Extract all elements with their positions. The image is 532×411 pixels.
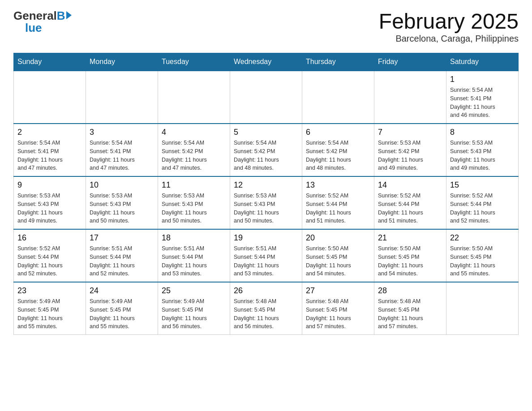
day-number: 28 [378,286,442,295]
calendar-cell: 23Sunrise: 5:49 AM Sunset: 5:45 PM Dayli… [14,282,86,335]
day-info: Sunrise: 5:53 AM Sunset: 5:43 PM Dayligh… [90,192,154,225]
day-number: 1 [450,75,515,84]
logo-blue-part: B [57,9,72,23]
day-number: 16 [17,233,82,243]
day-header-sunday: Sunday [14,53,86,71]
day-number: 25 [162,286,226,295]
calendar-cell [374,71,446,124]
calendar-cell: 16Sunrise: 5:52 AM Sunset: 5:44 PM Dayli… [14,229,86,282]
day-info: Sunrise: 5:50 AM Sunset: 5:45 PM Dayligh… [378,244,442,278]
day-number: 23 [17,286,82,295]
day-number: 8 [450,128,515,137]
day-number: 10 [90,180,154,190]
day-info: Sunrise: 5:49 AM Sunset: 5:45 PM Dayligh… [17,297,82,331]
calendar-cell [446,282,519,335]
day-info: Sunrise: 5:52 AM Sunset: 5:44 PM Dayligh… [17,244,82,278]
day-number: 22 [450,233,515,243]
calendar-week-row: 16Sunrise: 5:52 AM Sunset: 5:44 PM Dayli… [14,229,519,282]
calendar-week-row: 9Sunrise: 5:53 AM Sunset: 5:43 PM Daylig… [14,176,519,229]
day-number: 9 [17,180,82,190]
day-number: 17 [90,233,154,243]
title-section: February 2025 Barcelona, Caraga, Philipp… [379,9,519,44]
calendar-cell: 1Sunrise: 5:54 AM Sunset: 5:41 PM Daylig… [446,71,519,124]
day-number: 11 [162,180,226,190]
day-number: 12 [234,180,298,190]
calendar-cell: 3Sunrise: 5:54 AM Sunset: 5:41 PM Daylig… [86,124,158,176]
day-header-wednesday: Wednesday [230,53,302,71]
calendar-week-row: 23Sunrise: 5:49 AM Sunset: 5:45 PM Dayli… [14,282,519,335]
calendar-cell [14,71,86,124]
day-info: Sunrise: 5:52 AM Sunset: 5:44 PM Dayligh… [378,192,442,225]
calendar-table: SundayMondayTuesdayWednesdayThursdayFrid… [13,53,519,335]
day-number: 6 [306,128,370,137]
day-info: Sunrise: 5:53 AM Sunset: 5:43 PM Dayligh… [17,192,82,225]
day-info: Sunrise: 5:48 AM Sunset: 5:45 PM Dayligh… [378,297,442,331]
day-header-thursday: Thursday [302,53,374,71]
day-info: Sunrise: 5:49 AM Sunset: 5:45 PM Dayligh… [162,297,226,331]
day-number: 15 [450,180,515,190]
calendar-subtitle: Barcelona, Caraga, Philippines [379,34,519,44]
calendar-cell: 10Sunrise: 5:53 AM Sunset: 5:43 PM Dayli… [86,176,158,229]
calendar-cell: 13Sunrise: 5:52 AM Sunset: 5:44 PM Dayli… [302,176,374,229]
calendar-cell: 20Sunrise: 5:50 AM Sunset: 5:45 PM Dayli… [302,229,374,282]
day-number: 24 [90,286,154,295]
calendar-cell: 21Sunrise: 5:50 AM Sunset: 5:45 PM Dayli… [374,229,446,282]
day-info: Sunrise: 5:49 AM Sunset: 5:45 PM Dayligh… [90,297,154,331]
day-number: 27 [306,286,370,295]
calendar-cell: 14Sunrise: 5:52 AM Sunset: 5:44 PM Dayli… [374,176,446,229]
day-number: 14 [378,180,442,190]
logo-arrow-icon [66,11,72,19]
calendar-cell: 8Sunrise: 5:53 AM Sunset: 5:43 PM Daylig… [446,124,519,176]
logo-blue-word: lue [25,21,42,35]
calendar-cell: 6Sunrise: 5:54 AM Sunset: 5:42 PM Daylig… [302,124,374,176]
day-info: Sunrise: 5:52 AM Sunset: 5:44 PM Dayligh… [450,192,515,225]
logo: General B lue [13,9,72,35]
calendar-cell: 5Sunrise: 5:54 AM Sunset: 5:42 PM Daylig… [230,124,302,176]
day-header-monday: Monday [86,53,158,71]
day-info: Sunrise: 5:51 AM Sunset: 5:44 PM Dayligh… [90,244,154,278]
calendar-cell [86,71,158,124]
day-info: Sunrise: 5:53 AM Sunset: 5:43 PM Dayligh… [234,192,298,225]
calendar-week-row: 1Sunrise: 5:54 AM Sunset: 5:41 PM Daylig… [14,71,519,124]
day-number: 18 [162,233,226,243]
calendar-cell: 19Sunrise: 5:51 AM Sunset: 5:44 PM Dayli… [230,229,302,282]
calendar-cell: 11Sunrise: 5:53 AM Sunset: 5:43 PM Dayli… [158,176,230,229]
calendar-cell: 27Sunrise: 5:48 AM Sunset: 5:45 PM Dayli… [302,282,374,335]
day-number: 21 [378,233,442,243]
day-number: 2 [17,128,82,137]
calendar-cell: 4Sunrise: 5:54 AM Sunset: 5:42 PM Daylig… [158,124,230,176]
page-header: General B lue February 2025 Barcelona, C… [13,9,519,44]
day-number: 13 [306,180,370,190]
calendar-cell: 22Sunrise: 5:50 AM Sunset: 5:45 PM Dayli… [446,229,519,282]
day-info: Sunrise: 5:54 AM Sunset: 5:41 PM Dayligh… [450,86,515,120]
day-number: 7 [378,128,442,137]
calendar-cell: 2Sunrise: 5:54 AM Sunset: 5:41 PM Daylig… [14,124,86,176]
calendar-cell [302,71,374,124]
day-number: 20 [306,233,370,243]
calendar-cell [230,71,302,124]
day-header-tuesday: Tuesday [158,53,230,71]
calendar-cell: 17Sunrise: 5:51 AM Sunset: 5:44 PM Dayli… [86,229,158,282]
calendar-cell: 7Sunrise: 5:53 AM Sunset: 5:42 PM Daylig… [374,124,446,176]
day-info: Sunrise: 5:51 AM Sunset: 5:44 PM Dayligh… [162,244,226,278]
day-info: Sunrise: 5:54 AM Sunset: 5:42 PM Dayligh… [234,139,298,172]
calendar-week-row: 2Sunrise: 5:54 AM Sunset: 5:41 PM Daylig… [14,124,519,176]
day-number: 26 [234,286,298,295]
day-header-saturday: Saturday [446,53,519,71]
calendar-cell: 12Sunrise: 5:53 AM Sunset: 5:43 PM Dayli… [230,176,302,229]
day-info: Sunrise: 5:54 AM Sunset: 5:41 PM Dayligh… [17,139,82,172]
day-info: Sunrise: 5:51 AM Sunset: 5:44 PM Dayligh… [234,244,298,278]
calendar-cell: 18Sunrise: 5:51 AM Sunset: 5:44 PM Dayli… [158,229,230,282]
day-number: 19 [234,233,298,243]
day-info: Sunrise: 5:54 AM Sunset: 5:42 PM Dayligh… [162,139,226,172]
calendar-cell: 24Sunrise: 5:49 AM Sunset: 5:45 PM Dayli… [86,282,158,335]
day-number: 3 [90,128,154,137]
day-info: Sunrise: 5:53 AM Sunset: 5:43 PM Dayligh… [450,139,515,172]
calendar-cell: 15Sunrise: 5:52 AM Sunset: 5:44 PM Dayli… [446,176,519,229]
day-number: 4 [162,128,226,137]
day-info: Sunrise: 5:50 AM Sunset: 5:45 PM Dayligh… [306,244,370,278]
day-info: Sunrise: 5:53 AM Sunset: 5:42 PM Dayligh… [378,139,442,172]
calendar-cell: 25Sunrise: 5:49 AM Sunset: 5:45 PM Dayli… [158,282,230,335]
calendar-cell: 9Sunrise: 5:53 AM Sunset: 5:43 PM Daylig… [14,176,86,229]
day-info: Sunrise: 5:48 AM Sunset: 5:45 PM Dayligh… [234,297,298,331]
